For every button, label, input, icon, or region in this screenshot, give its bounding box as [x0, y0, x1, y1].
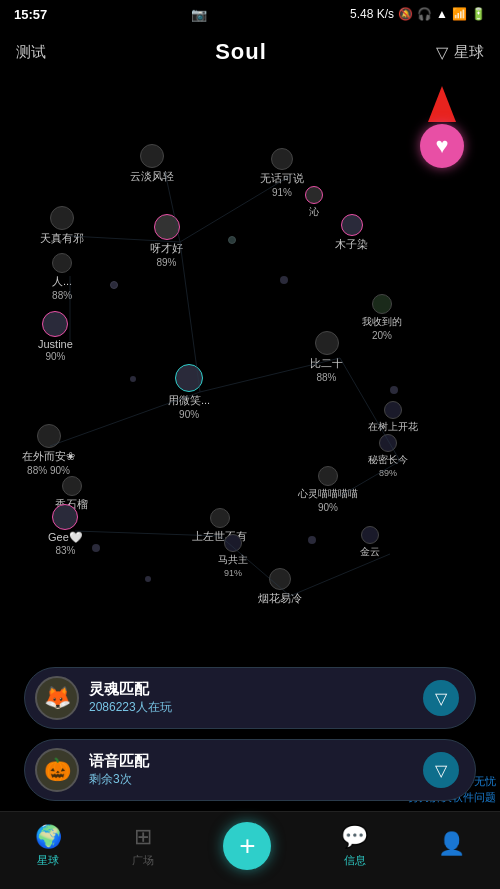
voice-match-filter-button[interactable]: ▽: [423, 752, 459, 788]
voice-match-card[interactable]: 🎃 语音匹配 剩余3次 ▽: [24, 739, 476, 801]
message-icon: 💬: [341, 824, 368, 850]
user-node-woshidao[interactable]: 我收到的 20%: [362, 294, 402, 341]
bottom-nav: 🌍 星球 ⊞ 广场 + 💬 信息 👤: [0, 811, 500, 889]
voice-match-info: 语音匹配 剩余3次: [89, 752, 413, 788]
status-sound-icon: 🔕: [398, 7, 413, 21]
nav-profile[interactable]: 👤: [438, 831, 465, 860]
user-node-muzi[interactable]: 木子染: [335, 214, 368, 252]
status-icons: 5.48 K/s 🔕 🎧 ▲ 📶 🔋: [350, 7, 486, 21]
top-bar-test: 测试: [16, 43, 46, 62]
user-node-wuhua[interactable]: 无话可说 91%: [260, 148, 304, 198]
status-bar: 15:57 📷 5.48 K/s 🔕 🎧 ▲ 📶 🔋: [0, 0, 500, 28]
nav-planet[interactable]: 🌍 星球: [35, 824, 62, 868]
user-node-biershishi[interactable]: 比二十 88%: [310, 331, 343, 383]
status-headphone-icon: 🎧: [417, 7, 432, 21]
user-node-ren[interactable]: 人... 88%: [52, 253, 72, 301]
dot-node-2: [110, 281, 118, 289]
user-node-zaiwai[interactable]: 在外而安❀ 88% 90%: [22, 424, 75, 476]
profile-icon: 👤: [438, 831, 465, 857]
top-bar-right: ▽ 星球: [436, 43, 484, 62]
nav-planet-label: 星球: [37, 853, 59, 868]
user-node-magong[interactable]: 马共主 91%: [218, 534, 248, 578]
voice-match-avatar: 🎃: [35, 748, 79, 792]
filter-icon[interactable]: ▽: [436, 43, 448, 62]
voice-match-sub: 剩余3次: [89, 771, 413, 788]
user-node-yongweixiao[interactable]: 用微笑... 90%: [168, 364, 210, 420]
status-wifi-icon: ▲: [436, 7, 448, 21]
dot-node-3: [280, 276, 288, 284]
dot-node-4: [130, 376, 136, 382]
user-node-qin[interactable]: 沁: [305, 186, 323, 219]
top-bar: 测试 Soul ▽ 星球: [0, 28, 500, 76]
status-signal-icon: 📶: [452, 7, 467, 21]
match-cards: 🦊 灵魂匹配 2086223人在玩 ▽ 🎃 语音匹配 剩余3次 ▽: [0, 667, 500, 801]
user-node-zaishushang[interactable]: 在树上开花: [368, 401, 418, 434]
nav-add[interactable]: +: [223, 822, 271, 870]
soul-match-avatar: 🦊: [35, 676, 79, 720]
user-node-justine[interactable]: Justine 90%: [38, 311, 73, 362]
map-area: ♥ 云淡风轻 无话可说 91% 沁 天真有邪: [0, 76, 500, 666]
status-speed: 5.48 K/s: [350, 7, 394, 21]
arrow-overlay: ♥: [420, 86, 464, 168]
user-node-gee[interactable]: Gee🤍 83%: [48, 504, 83, 556]
user-node-xinling[interactable]: 心灵喵喵喵喵 90%: [298, 466, 358, 513]
status-battery-icon: 🔋: [471, 7, 486, 21]
user-node-tianzhen[interactable]: 天真有邪: [40, 206, 84, 246]
add-button[interactable]: +: [223, 822, 271, 870]
red-arrow-icon: [428, 86, 456, 122]
dot-node-6: [145, 576, 151, 582]
dot-node-8: [390, 386, 398, 394]
square-icon: ⊞: [134, 824, 152, 850]
planet-icon: 🌍: [35, 824, 62, 850]
user-node-jinyun[interactable]: 金云: [360, 526, 380, 559]
status-time: 15:57: [14, 7, 47, 22]
user-node-yacai[interactable]: 呀才好 89%: [150, 214, 183, 268]
user-node-mimi[interactable]: 秘密长今 89%: [368, 434, 408, 478]
soul-match-filter-button[interactable]: ▽: [423, 680, 459, 716]
voice-match-title: 语音匹配: [89, 752, 413, 771]
nav-message[interactable]: 💬 信息: [341, 824, 368, 868]
nav-square-label: 广场: [132, 853, 154, 868]
user-node-yanhua[interactable]: 烟花易冷: [258, 568, 302, 606]
soul-match-card[interactable]: 🦊 灵魂匹配 2086223人在玩 ▽: [24, 667, 476, 729]
nav-square[interactable]: ⊞ 广场: [132, 824, 154, 868]
user-node-yundan[interactable]: 云淡风轻: [130, 144, 174, 184]
soul-match-sub: 2086223人在玩: [89, 699, 413, 716]
planet-nav-label[interactable]: 星球: [454, 43, 484, 62]
soul-match-title: 灵魂匹配: [89, 680, 413, 699]
nav-message-label: 信息: [344, 853, 366, 868]
dot-node-1: [228, 236, 236, 244]
dot-node-7: [92, 544, 100, 552]
svg-line-11: [290, 554, 390, 596]
app-title: Soul: [215, 39, 267, 65]
heart-circle-button[interactable]: ♥: [420, 124, 464, 168]
soul-match-info: 灵魂匹配 2086223人在玩: [89, 680, 413, 716]
dot-node-5: [308, 536, 316, 544]
status-camera-icon: 📷: [191, 7, 207, 22]
